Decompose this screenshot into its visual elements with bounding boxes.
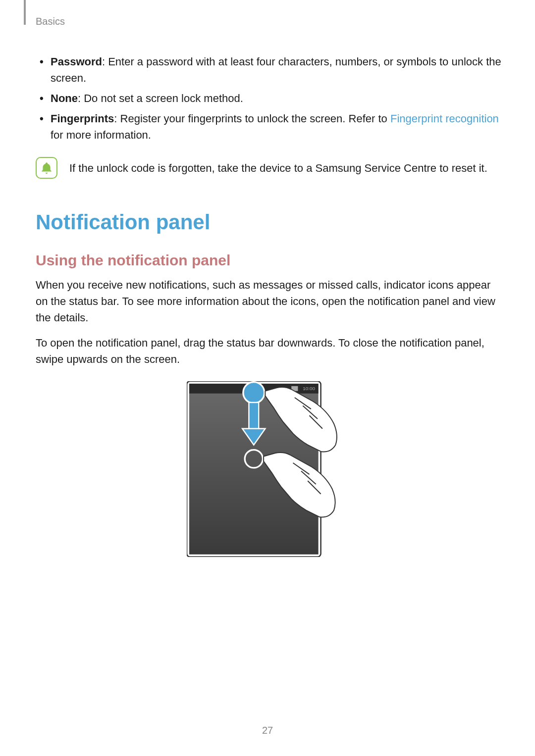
main-content: Password: Enter a password with at least… (36, 53, 501, 557)
list-item-text-after: for more information. (51, 129, 151, 141)
list-item-text-before: : Register your fingerprints to unlock t… (114, 112, 390, 125)
section-heading-notification-panel: Notification panel (36, 210, 501, 234)
list-item-text: : Do not set a screen lock method. (78, 92, 243, 104)
illustration-container: 10:00 (36, 381, 501, 557)
list-item-none: None: Do not set a screen lock method. (36, 90, 501, 106)
page-header-tab (24, 0, 26, 25)
fingerprint-recognition-link[interactable]: Fingerprint recognition (390, 112, 499, 125)
list-item-label: Password (51, 55, 102, 68)
paragraph: When you receive new notifications, such… (36, 277, 501, 326)
paragraph: To open the notification panel, drag the… (36, 335, 501, 367)
list-item-label: None (51, 92, 78, 104)
svg-rect-5 (249, 403, 259, 431)
breadcrumb: Basics (36, 16, 65, 27)
svg-point-4 (243, 382, 265, 403)
page-number: 27 (262, 725, 273, 736)
note-bell-icon (36, 157, 57, 179)
note-block: If the unlock code is forgotten, take th… (36, 157, 501, 179)
list-item-fingerprints: Fingerprints: Register your fingerprints… (36, 110, 501, 143)
list-item-password: Password: Enter a password with at least… (36, 53, 501, 86)
list-item-label: Fingerprints (51, 112, 114, 125)
swipe-down-illustration: 10:00 (187, 381, 350, 557)
list-item-text: : Enter a password with at least four ch… (51, 55, 501, 84)
note-text: If the unlock code is forgotten, take th… (69, 157, 487, 176)
subsection-heading-using: Using the notification panel (36, 252, 501, 269)
lock-method-list: Password: Enter a password with at least… (36, 53, 501, 143)
status-time: 10:00 (303, 386, 315, 391)
